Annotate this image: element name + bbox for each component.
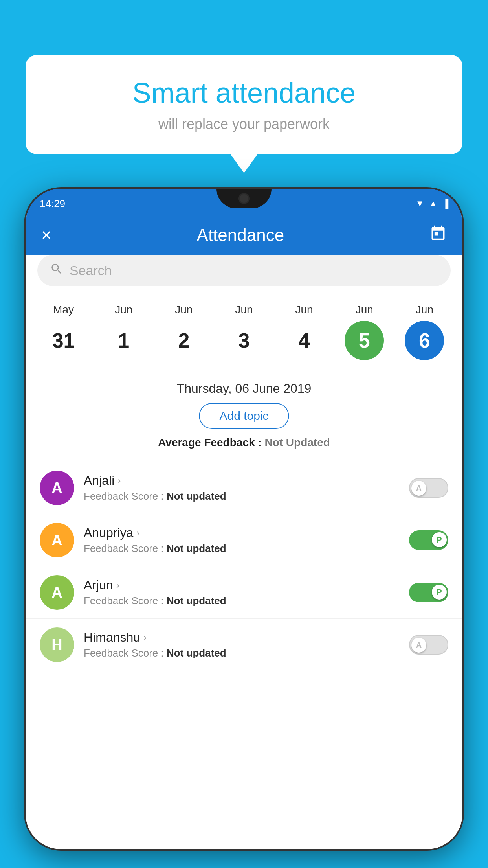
student-list: AAnjali ›Feedback Score : Not updatedAAA… <box>26 462 462 849</box>
app-header: × Attendance <box>26 215 462 255</box>
phone-container: 14:29 ▼ ▲ ▐ × Attendance S <box>26 189 462 868</box>
cal-num-3: 3 <box>224 321 264 360</box>
student-feedback-2: Feedback Score : Not updated <box>84 595 400 607</box>
student-chevron-1: › <box>136 528 139 539</box>
calendar-icon[interactable] <box>429 225 447 246</box>
avg-feedback-value: Not Updated <box>264 436 330 449</box>
cal-num-5: 5 <box>345 321 384 360</box>
cal-num-4: 4 <box>284 321 324 360</box>
cal-month-1: Jun <box>115 303 132 316</box>
student-avatar-2: A <box>40 575 74 610</box>
student-chevron-3: › <box>143 632 147 643</box>
phone: 14:29 ▼ ▲ ▐ × Attendance S <box>26 189 462 849</box>
student-name-0: Anjali › <box>84 473 400 488</box>
student-toggle-3[interactable]: A <box>409 635 448 655</box>
speech-bubble: Smart attendance will replace your paper… <box>26 55 462 154</box>
student-chevron-0: › <box>117 475 121 486</box>
selected-date: Thursday, 06 June 2019 <box>26 381 462 396</box>
cal-num-2: 2 <box>164 321 204 360</box>
student-item-0[interactable]: AAnjali ›Feedback Score : Not updatedA <box>26 462 462 514</box>
cal-month-4: Jun <box>295 303 313 316</box>
student-feedback-1: Feedback Score : Not updated <box>84 542 400 555</box>
header-title: Attendance <box>197 225 284 245</box>
bubble-subtitle: will replace your paperwork <box>49 116 439 132</box>
status-time: 14:29 <box>40 198 65 210</box>
student-toggle-0[interactable]: A <box>409 478 448 498</box>
cal-month-3: Jun <box>235 303 253 316</box>
student-item-2[interactable]: AArjun ›Feedback Score : Not updatedP <box>26 566 462 619</box>
status-icons: ▼ ▲ ▐ <box>416 199 448 209</box>
student-name-3: Himanshu › <box>84 630 400 645</box>
cal-num-6: 6 <box>405 321 444 360</box>
avg-feedback: Average Feedback : Not Updated <box>26 436 462 449</box>
search-icon <box>50 262 63 279</box>
toggle-knob-3: A <box>411 638 426 653</box>
student-info-0: Anjali ›Feedback Score : Not updated <box>84 473 400 502</box>
student-avatar-0: A <box>40 471 74 505</box>
cal-month-6: Jun <box>416 303 433 316</box>
calendar-strip: May31Jun1Jun2Jun3Jun4Jun5Jun6 <box>26 294 462 360</box>
student-name-1: Anupriya › <box>84 526 400 540</box>
cal-day-5[interactable]: Jun5 <box>339 303 390 360</box>
wifi-icon: ▼ <box>416 199 424 209</box>
close-button[interactable]: × <box>41 225 51 245</box>
student-feedback-0: Feedback Score : Not updated <box>84 490 400 502</box>
student-chevron-2: › <box>116 580 119 591</box>
student-item-1[interactable]: AAnupriya ›Feedback Score : Not updatedP <box>26 514 462 566</box>
search-input[interactable]: Search <box>70 263 112 278</box>
avg-feedback-label: Average Feedback : <box>158 436 264 449</box>
student-item-3[interactable]: HHimanshu ›Feedback Score : Not updatedA <box>26 619 462 671</box>
signal-icon: ▲ <box>429 199 438 209</box>
cal-day-3[interactable]: Jun3 <box>218 303 270 360</box>
cal-num-0: 31 <box>44 321 83 360</box>
student-toggle-1[interactable]: P <box>409 530 448 550</box>
cal-day-2[interactable]: Jun2 <box>158 303 209 360</box>
cal-day-0[interactable]: May31 <box>38 303 89 360</box>
search-bar[interactable]: Search <box>37 255 451 286</box>
student-avatar-1: A <box>40 523 74 557</box>
student-name-2: Arjun › <box>84 578 400 592</box>
student-feedback-3: Feedback Score : Not updated <box>84 647 400 659</box>
bubble-title: Smart attendance <box>49 77 439 109</box>
student-info-3: Himanshu ›Feedback Score : Not updated <box>84 630 400 659</box>
cal-day-6[interactable]: Jun6 <box>399 303 450 360</box>
cal-day-4[interactable]: Jun4 <box>279 303 330 360</box>
front-camera <box>238 193 250 204</box>
student-info-1: Anupriya ›Feedback Score : Not updated <box>84 526 400 555</box>
cal-day-1[interactable]: Jun1 <box>98 303 149 360</box>
battery-icon: ▐ <box>442 199 448 209</box>
cal-num-1: 1 <box>104 321 143 360</box>
toggle-knob-1: P <box>432 532 447 547</box>
toggle-knob-2: P <box>432 585 447 600</box>
cal-month-2: Jun <box>175 303 193 316</box>
cal-month-5: Jun <box>356 303 373 316</box>
cal-month-0: May <box>53 303 74 316</box>
toggle-knob-0: A <box>411 481 426 496</box>
add-topic-button[interactable]: Add topic <box>199 403 289 429</box>
student-info-2: Arjun ›Feedback Score : Not updated <box>84 578 400 607</box>
student-avatar-3: H <box>40 627 74 662</box>
student-toggle-2[interactable]: P <box>409 583 448 602</box>
speech-bubble-container: Smart attendance will replace your paper… <box>26 55 462 154</box>
